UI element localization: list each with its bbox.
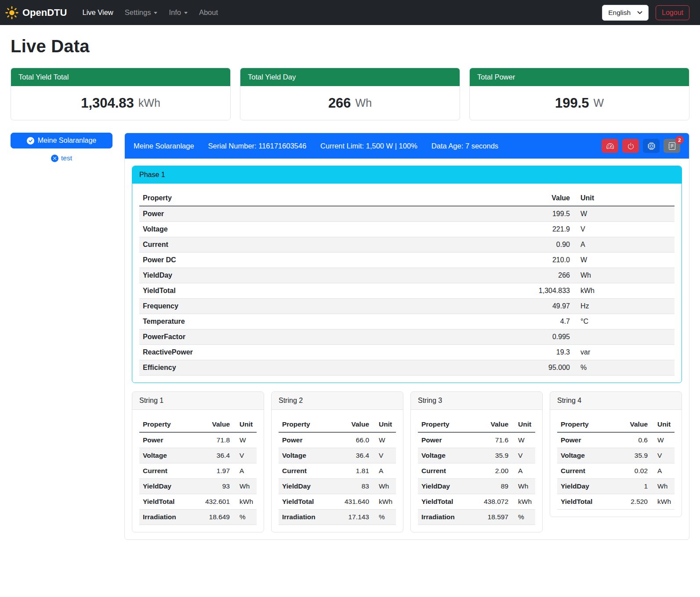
power-icon (627, 142, 635, 150)
nav-item-label: Info (169, 8, 181, 17)
brand[interactable]: OpenDTU (5, 6, 67, 19)
row-value: 71.8 (192, 432, 233, 448)
column-header-value: Value (399, 191, 573, 206)
row-property: YieldTotal (139, 494, 192, 510)
string-cards: String 1 Property Value Unit (132, 391, 682, 532)
table-row: Efficiency 95.000 % (139, 360, 675, 376)
row-value: 2.00 (471, 463, 512, 479)
row-value: 95.000 (399, 360, 573, 376)
nav-item-live-view[interactable]: Live View (76, 5, 119, 20)
inverter-card-header: Meine Solaranlage Serial Number: 1161716… (125, 133, 689, 159)
string-card-title: String 4 (550, 392, 682, 410)
inverter-limit: Current Limit: 1,500 W | 100% (320, 142, 417, 150)
row-value: 19.3 (399, 345, 573, 360)
phase-table: Property Value Unit Power 199.5 W (139, 191, 675, 376)
live-data-section: Meine Solaranlage test Meine Solaranlage… (11, 133, 689, 540)
nav-item-label: About (199, 8, 218, 17)
column-header-unit: Unit (573, 191, 675, 206)
row-value: 71.6 (471, 432, 512, 448)
string-card-title: String 3 (411, 392, 542, 410)
row-value: 0.995 (399, 329, 573, 345)
summary-value: 1,304.83 (81, 95, 134, 111)
nav-item-about[interactable]: About (193, 5, 224, 20)
string-card: String 3 Property Value Unit (410, 391, 543, 532)
row-unit: Wh (573, 268, 675, 283)
row-unit: A (373, 463, 396, 479)
row-unit: Wh (651, 479, 675, 494)
journal-icon (668, 142, 676, 150)
row-unit: % (233, 510, 257, 525)
row-value: 1.81 (331, 463, 373, 479)
table-row: YieldTotal 438.072 kWh (418, 494, 535, 510)
column-header-unit: Unit (233, 417, 257, 432)
row-unit: A (512, 463, 535, 479)
row-value: 431.640 (331, 494, 373, 510)
summary-card-title: Total Power (470, 68, 689, 86)
table-header-row: Property Value Unit (557, 417, 675, 432)
row-property: YieldTotal (139, 283, 399, 299)
device-info-button[interactable] (643, 139, 660, 153)
row-property: Power (139, 206, 399, 222)
column-header-unit: Unit (373, 417, 396, 432)
row-unit: V (373, 448, 396, 463)
table-row: Power 71.6 W (418, 432, 535, 448)
row-property: Frequency (139, 299, 399, 314)
row-unit: Wh (512, 479, 535, 494)
table-row: PowerFactor 0.995 (139, 329, 675, 345)
row-unit: kWh (233, 494, 257, 510)
column-header-property: Property (139, 191, 399, 206)
string-card-title: String 2 (272, 392, 403, 410)
summary-card: Total Power 199.5 W (469, 68, 689, 120)
row-property: YieldTotal (418, 494, 471, 510)
row-unit: V (573, 222, 675, 237)
table-header-row: Property Value Unit (139, 191, 675, 206)
string-card: String 4 Property Value Unit (550, 391, 682, 517)
event-log-button[interactable]: 2 (664, 139, 680, 153)
inverter-action-buttons: 2 (602, 139, 680, 153)
row-value: 93 (192, 479, 233, 494)
table-row: Power 199.5 W (139, 206, 675, 222)
summary-value: 266 (328, 95, 351, 111)
summary-unit: kWh (138, 97, 160, 109)
row-unit: °C (573, 314, 675, 329)
sun-logo-icon (5, 6, 18, 19)
row-property: YieldDay (418, 479, 471, 494)
row-value: 1 (615, 479, 651, 494)
inverter-list: Meine Solaranlage test (11, 133, 112, 162)
summary-card: Total Yield Day 266 Wh (240, 68, 460, 120)
chevron-down-icon (184, 12, 188, 14)
row-value: 89 (471, 479, 512, 494)
row-unit: W (651, 432, 675, 448)
table-row: Voltage 36.4 V (279, 448, 396, 463)
table-row: Current 0.02 A (557, 463, 675, 479)
power-button[interactable] (622, 139, 639, 153)
inverter-select-button-active[interactable]: Meine Solaranlage (11, 133, 112, 148)
summary-unit: W (593, 97, 604, 109)
row-unit: Wh (373, 479, 396, 494)
nav-item-settings[interactable]: Settings (119, 5, 163, 20)
table-row: YieldTotal 1,304.833 kWh (139, 283, 675, 299)
column-header-value: Value (471, 417, 512, 432)
row-unit: V (512, 448, 535, 463)
string-card-body: Property Value Unit Power 71 (132, 410, 264, 532)
row-unit: % (573, 360, 675, 376)
table-row: Irradiation 17.143 % (279, 510, 396, 525)
row-property: Current (279, 463, 331, 479)
row-unit: W (373, 432, 396, 448)
string-table: Property Value Unit Power 0. (557, 417, 675, 510)
table-row: Current 0.90 A (139, 237, 675, 253)
row-property: Power (418, 432, 471, 448)
page-title: Live Data (11, 36, 689, 56)
row-unit: A (651, 463, 675, 479)
row-property: Voltage (139, 448, 192, 463)
table-header-row: Property Value Unit (139, 417, 257, 432)
limit-settings-button[interactable] (602, 139, 618, 153)
row-property: YieldTotal (279, 494, 331, 510)
row-value: 221.9 (399, 222, 573, 237)
language-select[interactable]: English (602, 5, 649, 21)
string-table: Property Value Unit Power 66 (279, 417, 396, 525)
nav-item-info[interactable]: Info (163, 5, 193, 20)
logout-button[interactable]: Logout (656, 5, 689, 20)
row-value: 36.4 (331, 448, 373, 463)
inverter-select-button-test[interactable]: test (11, 154, 112, 162)
